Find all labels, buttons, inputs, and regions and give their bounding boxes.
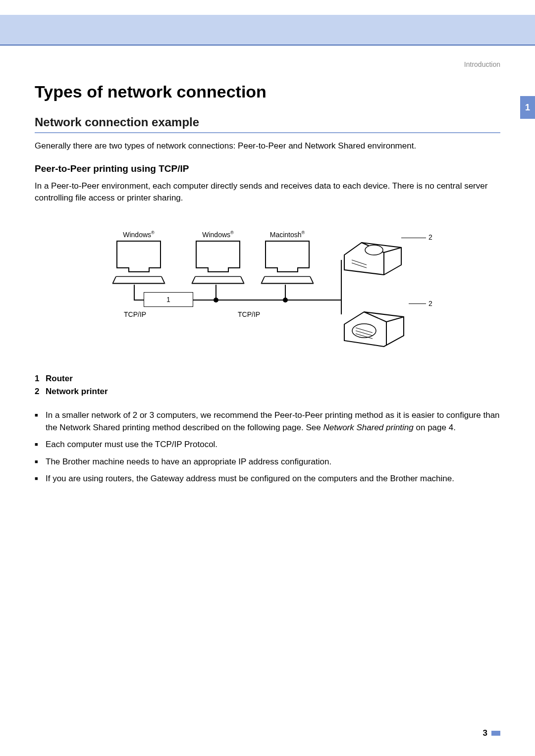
legend-item-1: 1Router [35, 374, 500, 384]
callout-line [401, 238, 426, 238]
diagram-computer-3: Macintosh® [258, 230, 317, 284]
legend-label: Router [46, 374, 73, 383]
bullet-italic-ref: Network Shared printing [323, 423, 413, 432]
chapter-tab: 1 [520, 96, 535, 119]
h3-part: Peer [35, 163, 55, 174]
keyboard-icon [191, 276, 245, 284]
page-number: 3 [483, 728, 487, 738]
router-box: 1 [144, 292, 193, 307]
bullet-item-3: The Brother machine needs to have an app… [46, 456, 500, 468]
bullet-item-2: Each computer must use the TCP/IP Protoc… [46, 439, 500, 451]
registered-mark: ® [302, 230, 305, 235]
footer-decoration [491, 731, 500, 736]
bullet-text: on page 4. [414, 423, 456, 432]
registered-mark: ® [230, 230, 234, 235]
h3-part: to [58, 163, 67, 174]
printer-icon-2 [337, 297, 411, 352]
legend-label: Network printer [46, 387, 108, 396]
callout-number-b: 2 [428, 300, 432, 307]
computer-1-label: Windows® [109, 230, 168, 239]
keyboard-icon [261, 276, 314, 284]
diagram-computer-2: Windows® [188, 230, 248, 284]
heading-2-wrap: Network connection example [35, 115, 500, 133]
label-text: Windows [202, 231, 230, 239]
bullet-list: In a smaller network of 2 or 3 computers… [35, 409, 500, 485]
monitor-icon [196, 241, 240, 268]
callout-line [409, 303, 426, 304]
paragraph-2: In a Peer-to-Peer environment, each comp… [35, 180, 500, 204]
legend-num: 1 [35, 374, 46, 384]
tcpip-label-2: TCP/IP [238, 310, 260, 318]
monitor-icon [265, 241, 310, 268]
heading-2: Network connection example [35, 115, 500, 129]
monitor-icon [116, 241, 161, 268]
svg-point-0 [365, 245, 383, 255]
page-footer: 3 [483, 728, 500, 738]
network-diagram: Windows® Windows® Macintosh® [104, 215, 431, 359]
label-text: Windows [123, 231, 151, 239]
heading-2-rule [35, 132, 500, 133]
tcpip-label-1: TCP/IP [124, 310, 146, 318]
heading-3: Peer-to-Peer printing using TCP/IP [35, 163, 500, 174]
legend-item-2: 2Network printer [35, 387, 500, 397]
callout-number-a: 2 [428, 233, 432, 241]
network-node [283, 298, 288, 302]
intro-paragraph: Generally there are two types of network… [35, 140, 500, 152]
router-number: 1 [166, 296, 170, 303]
page-content: Introduction Types of network connection… [0, 46, 535, 485]
bullet-item-4: If you are using routers, the Gateway ad… [46, 473, 500, 485]
diagram-legend: 1Router 2Network printer [35, 374, 500, 397]
legend-num: 2 [35, 387, 46, 397]
label-text: Macintosh [270, 231, 302, 239]
bullet-item-1: In a smaller network of 2 or 3 computers… [46, 409, 500, 434]
h3-part: Peer printing using TCP/IP [70, 163, 189, 174]
heading-1: Types of network connection [35, 82, 500, 101]
registered-mark: ® [151, 230, 155, 235]
computer-2-label: Windows® [188, 230, 248, 239]
keyboard-icon [112, 276, 165, 284]
network-node [214, 298, 218, 302]
diagram-computer-1: Windows® [109, 230, 168, 284]
network-drop [134, 285, 135, 300]
header-spacer [0, 0, 535, 15]
computer-3-label: Macintosh® [258, 230, 317, 239]
breadcrumb: Introduction [35, 60, 500, 68]
printer-icon-1 [337, 225, 411, 280]
header-band [0, 15, 535, 45]
